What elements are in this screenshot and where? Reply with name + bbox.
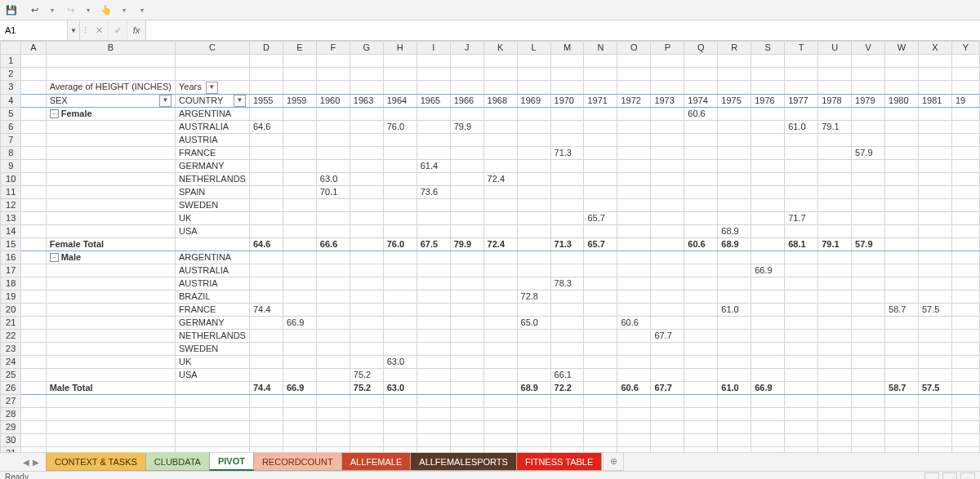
cell[interactable] xyxy=(21,394,46,407)
cell[interactable] xyxy=(919,224,952,237)
cell[interactable] xyxy=(751,237,785,251)
cell[interactable] xyxy=(584,146,617,159)
cell[interactable]: 76.0 xyxy=(383,120,416,133)
cell[interactable] xyxy=(617,133,651,146)
cell[interactable] xyxy=(785,172,818,185)
cell[interactable] xyxy=(852,446,885,452)
row-header[interactable]: 31 xyxy=(1,446,21,452)
cell[interactable] xyxy=(46,329,175,342)
cell[interactable] xyxy=(718,368,751,381)
cell[interactable] xyxy=(21,120,46,133)
cell[interactable]: 19 xyxy=(951,94,979,107)
cell[interactable] xyxy=(684,290,718,303)
cell[interactable] xyxy=(751,342,785,355)
cell[interactable] xyxy=(885,81,919,95)
cell[interactable] xyxy=(249,316,283,329)
cell[interactable]: 72.8 xyxy=(517,290,550,303)
cell[interactable] xyxy=(46,224,175,237)
cell[interactable] xyxy=(450,303,483,316)
cell[interactable] xyxy=(249,368,283,381)
cell[interactable] xyxy=(283,211,316,224)
cell[interactable] xyxy=(885,407,919,420)
cell[interactable] xyxy=(951,420,979,433)
cell[interactable] xyxy=(21,55,46,68)
tab-scroll-left-icon[interactable]: ◀ xyxy=(23,458,29,467)
cell[interactable] xyxy=(249,211,283,224)
cell[interactable] xyxy=(951,211,979,224)
column-header[interactable]: S xyxy=(751,42,785,55)
cell[interactable] xyxy=(517,368,550,381)
cell[interactable] xyxy=(483,355,517,368)
cell[interactable] xyxy=(617,394,651,407)
cell[interactable] xyxy=(919,146,952,159)
cell[interactable] xyxy=(919,251,952,264)
cell[interactable]: 71.3 xyxy=(550,237,584,251)
collapse-male-button[interactable]: - xyxy=(50,253,59,262)
cell[interactable] xyxy=(584,251,617,264)
cell[interactable] xyxy=(818,381,852,394)
cell[interactable] xyxy=(21,355,46,368)
cell[interactable] xyxy=(818,368,852,381)
cell[interactable] xyxy=(21,172,46,185)
cell[interactable] xyxy=(584,172,617,185)
cell[interactable] xyxy=(350,120,383,133)
cell[interactable] xyxy=(818,316,852,329)
cell[interactable] xyxy=(885,120,919,133)
cell[interactable] xyxy=(785,303,818,316)
cell[interactable] xyxy=(416,303,450,316)
cell[interactable] xyxy=(785,381,818,394)
cell[interactable] xyxy=(483,407,517,420)
cell[interactable] xyxy=(483,146,517,159)
cell[interactable] xyxy=(21,133,46,146)
cell[interactable] xyxy=(483,159,517,172)
cell[interactable] xyxy=(951,172,979,185)
cell[interactable] xyxy=(550,68,584,81)
cell[interactable] xyxy=(584,107,617,120)
cell[interactable] xyxy=(785,185,818,198)
cell[interactable] xyxy=(383,303,416,316)
cell[interactable] xyxy=(249,198,283,211)
cell[interactable] xyxy=(684,198,718,211)
cell[interactable] xyxy=(818,342,852,355)
normal-view-icon[interactable] xyxy=(924,472,939,480)
cell[interactable] xyxy=(818,355,852,368)
cell[interactable] xyxy=(416,433,450,446)
cell[interactable] xyxy=(885,251,919,264)
cell[interactable] xyxy=(684,55,718,68)
cell[interactable] xyxy=(785,133,818,146)
cell[interactable] xyxy=(584,185,617,198)
cell[interactable] xyxy=(450,264,483,277)
cell[interactable] xyxy=(584,342,617,355)
cell[interactable] xyxy=(383,433,416,446)
cell[interactable]: 74.4 xyxy=(249,381,283,394)
cell[interactable] xyxy=(818,277,852,290)
cell[interactable] xyxy=(919,420,952,433)
cell[interactable] xyxy=(718,159,751,172)
cell[interactable] xyxy=(751,68,785,81)
cell[interactable]: 1976 xyxy=(751,94,785,107)
cell[interactable] xyxy=(852,251,885,264)
column-header[interactable]: N xyxy=(584,42,617,55)
column-header[interactable]: Q xyxy=(684,42,718,55)
cell[interactable] xyxy=(316,264,350,277)
cell[interactable]: USA xyxy=(176,368,250,381)
cell[interactable] xyxy=(651,303,684,316)
cell[interactable] xyxy=(21,251,46,264)
row-header[interactable]: 10 xyxy=(1,172,21,185)
column-header[interactable]: X xyxy=(919,42,952,55)
column-header[interactable]: M xyxy=(550,42,584,55)
cell[interactable] xyxy=(785,251,818,264)
name-box-dropdown-icon[interactable]: ▼ xyxy=(67,20,79,40)
cell[interactable] xyxy=(350,224,383,237)
cell[interactable]: 65.7 xyxy=(584,211,617,224)
cell[interactable] xyxy=(852,264,885,277)
cell[interactable] xyxy=(617,185,651,198)
touch-mode-icon[interactable]: 👆 xyxy=(100,3,113,16)
cell[interactable] xyxy=(751,55,785,68)
cell[interactable] xyxy=(818,420,852,433)
cell[interactable]: 1968 xyxy=(483,94,517,107)
cell[interactable] xyxy=(919,264,952,277)
cell[interactable]: -Female xyxy=(46,107,175,120)
cell[interactable] xyxy=(383,81,416,95)
cell[interactable] xyxy=(46,303,175,316)
